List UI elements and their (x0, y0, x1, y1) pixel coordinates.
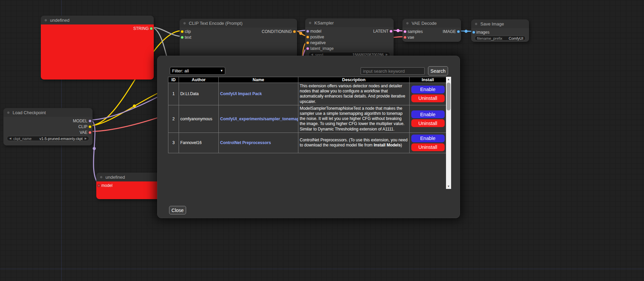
slot-label: STRING (133, 26, 149, 31)
scroll-down-icon[interactable]: ▼ (446, 184, 451, 189)
output-slot-latent[interactable]: LATENT (305, 28, 394, 34)
input-slot-model[interactable]: model (96, 182, 166, 188)
node-title: CLIP Text Encode (Prompt) (189, 21, 243, 26)
extension-link[interactable]: ControlNet Preprocessors (220, 140, 271, 145)
input-slot-negative[interactable]: negative (305, 40, 394, 46)
input-slot-latent-image[interactable]: latent_image (305, 46, 394, 51)
extensions-table-container: ID Author Name Description Install 1Dr.L… (168, 77, 451, 189)
uninstall-button[interactable]: Uninstall (411, 94, 445, 102)
uninstall-button[interactable]: Uninstall (411, 143, 445, 151)
slot-pin[interactable] (88, 131, 92, 134)
widget-value: ComfyUI (509, 36, 523, 40)
enable-button[interactable]: Enable (411, 110, 445, 118)
node-title: undefined (105, 175, 125, 180)
slot-pin[interactable] (457, 30, 460, 33)
filter-select[interactable]: Filter: all (170, 67, 225, 75)
install-cell: EnableUninstall (410, 105, 446, 133)
enable-button[interactable]: Enable (411, 135, 445, 142)
slot-pin[interactable] (88, 125, 92, 128)
node-title: KSampler (314, 20, 334, 25)
node-title-bar[interactable]: Load Checkpoint (3, 108, 93, 117)
input-slot-text[interactable]: text (180, 34, 297, 40)
slot-pin[interactable] (97, 184, 100, 187)
output-slot-vae[interactable]: VAE (3, 129, 93, 135)
extension-row: 3Fannovel16ControlNet PreprocessorsContr… (168, 133, 446, 153)
node-title-bar[interactable]: undefined (96, 173, 166, 181)
extensions-table: ID Author Name Description Install 1Dr.L… (168, 77, 446, 153)
node-title-bar[interactable]: undefined (41, 16, 154, 24)
extension-link[interactable]: ComfyUI Impact Pack (220, 91, 262, 96)
slot-label: latent_image (310, 46, 334, 51)
node-title-bar[interactable]: Save Image (471, 19, 529, 28)
slot-pin[interactable] (88, 119, 92, 122)
extension-link[interactable]: ComfyUI_experiments/sampler_tonemap (220, 117, 298, 121)
collapse-dot-icon[interactable] (44, 19, 47, 22)
slot-pin[interactable] (306, 47, 309, 50)
extension-name-cell: ComfyUI Impact Pack (219, 83, 298, 105)
filename-prefix-widget[interactable]: filename_prefix ComfyUI (475, 36, 526, 41)
table-scrollbar[interactable]: ▲ ▼ (446, 77, 451, 189)
extension-name-cell: ComfyUI_experiments/sampler_tonemap (219, 105, 298, 133)
graph-canvas[interactable]: undefined STRING CLIP Text Encode (Promp… (0, 0, 644, 281)
extensions-table-body: 1Dr.Lt.DataComfyUI Impact PackThis exten… (168, 83, 446, 153)
extension-description-cell: ControlNet Preprocessors. (To use this e… (298, 133, 410, 153)
output-slot-string[interactable]: STRING (41, 25, 154, 31)
node-vae-decode[interactable]: VAE Decode samples vae IMAGE (402, 19, 461, 42)
collapse-dot-icon[interactable] (183, 22, 186, 25)
input-slot-positive[interactable]: positive (305, 34, 394, 40)
slot-label: CLIP (78, 124, 87, 129)
extension-description-cell: This extension offers various detector n… (298, 83, 410, 105)
install-cell: EnableUninstall (410, 83, 446, 105)
node-title-bar[interactable]: VAE Decode (402, 19, 461, 28)
extension-name-cell: ControlNet Preprocessors (219, 133, 298, 153)
extension-author-cell: comfyanonymous (179, 105, 219, 133)
widget-value: v1-5-pruned-emaonly.ckpt (39, 137, 83, 141)
extension-id-cell: 2 (168, 105, 179, 133)
scroll-up-icon[interactable]: ▲ (446, 77, 451, 82)
header-install: Install (410, 77, 446, 83)
description-text: ModelSamplerTonemapNoiseTest a node that… (300, 106, 404, 131)
close-button[interactable]: Close (169, 206, 186, 214)
search-button[interactable]: Search (428, 66, 448, 75)
node-save-image[interactable]: Save Image images filename_prefix ComfyU… (471, 19, 529, 42)
output-slot-model[interactable]: MODEL (3, 118, 93, 124)
slot-pin[interactable] (306, 41, 309, 44)
node-title-bar[interactable]: KSampler (305, 18, 394, 27)
slot-pin[interactable] (181, 36, 184, 39)
description-text: This extension offers various detector n… (300, 84, 405, 104)
enable-button[interactable]: Enable (411, 86, 445, 93)
extension-id-cell: 3 (168, 133, 179, 153)
scrollbar-thumb[interactable] (447, 83, 450, 110)
extension-author-cell: Fannovel16 (179, 133, 219, 153)
node-title-bar[interactable]: CLIP Text Encode (Prompt) (180, 19, 297, 28)
uninstall-button[interactable]: Uninstall (411, 119, 445, 127)
slot-pin[interactable] (390, 30, 393, 33)
output-slot-conditioning[interactable]: CONDITIONING (180, 29, 297, 34)
node-load-checkpoint[interactable]: Load Checkpoint MODEL CLIP VAE ◀ ckpt_na… (3, 108, 93, 145)
node-undefined-top[interactable]: undefined STRING (41, 16, 154, 80)
prev-arrow-icon[interactable]: ◀ (9, 137, 11, 140)
next-arrow-icon[interactable]: ▶ (85, 137, 87, 140)
slot-label: VAE (80, 130, 87, 135)
collapse-dot-icon[interactable] (475, 22, 478, 25)
node-undefined-bottom[interactable]: undefined model (96, 173, 166, 199)
description-bold-text: Install Models (374, 143, 400, 147)
collapse-dot-icon[interactable] (406, 22, 409, 25)
output-slot-image[interactable]: IMAGE (402, 29, 461, 34)
output-slot-clip[interactable]: CLIP (3, 124, 93, 129)
input-slot-images[interactable]: images (471, 29, 529, 35)
collapse-dot-icon[interactable] (309, 21, 312, 24)
slot-pin[interactable] (306, 35, 309, 38)
slot-pin[interactable] (293, 30, 296, 33)
input-slot-vae[interactable]: vae (402, 34, 461, 40)
slot-pin[interactable] (403, 36, 407, 39)
canvas-guide-horizontal (0, 269, 644, 269)
collapse-dot-icon[interactable] (7, 111, 10, 114)
node-title: Save Image (480, 21, 504, 27)
slot-pin[interactable] (472, 31, 475, 34)
collapse-dot-icon[interactable] (100, 176, 103, 179)
search-input[interactable] (361, 67, 425, 75)
node-title: Load Checkpoint (13, 110, 46, 115)
ckpt-name-widget[interactable]: ◀ ckpt_name v1-5-pruned-emaonly.ckpt ▶ (7, 136, 89, 141)
slot-pin[interactable] (150, 27, 153, 30)
